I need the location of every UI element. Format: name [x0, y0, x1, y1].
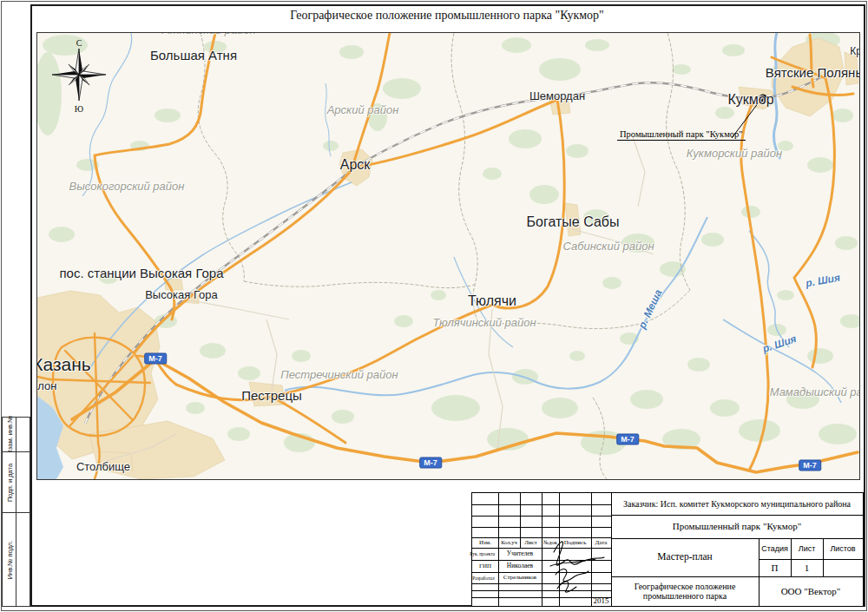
city-tyulyachi: Тюлячи	[468, 293, 516, 309]
sheet: Географическое положение промышленного п…	[0, 0, 868, 612]
road-badge-m7: М-7	[616, 434, 639, 445]
sheets-total-value	[823, 559, 863, 576]
stage-value: П	[759, 559, 791, 576]
city-shemordan: Шемордан	[529, 89, 585, 102]
strip-cell-inv: Инв.№ подл.	[2, 512, 30, 607]
strip-label-podp: Подп. и дата	[6, 464, 14, 502]
river-label-shiya-2: р. Шия	[761, 332, 799, 355]
city-kukmor: Кукмор	[727, 92, 773, 108]
district-kukmorsky: Кукморский район	[687, 147, 782, 160]
road-badge-m7: М-7	[799, 460, 821, 471]
river-label-mesha: р. Меша	[636, 287, 665, 330]
district-atninsky: Атнинский район	[162, 32, 256, 36]
title-block: Изм. Кол.уч Лист №док Подпись Дата Рук. …	[471, 492, 864, 607]
signatures	[542, 540, 611, 594]
city-vysokaya-gora: Высокая Гора	[145, 288, 218, 301]
river-label-shiya-1: р. Шия	[805, 272, 841, 290]
role-ruk-proekta: Рук. проекта	[470, 550, 496, 556]
city-bogatye-saby: Богатые Сабы	[527, 214, 620, 230]
name-nikolaev: Николаев	[498, 560, 542, 572]
district-pestrechinsky: Пестречинский район	[280, 368, 398, 381]
strip-label-inv: Инв.№ подл.	[6, 540, 14, 579]
map: С Ю Большая АтняШеморданВятские ПоляныКу…	[36, 32, 860, 480]
district-arsky: Арский район	[327, 103, 399, 116]
col-koluch: Кол.уч	[498, 537, 520, 548]
name-strelnikov: Стрельников	[498, 572, 542, 583]
listov-col-header: Листов	[823, 538, 863, 559]
map-labels-layer: Большая АтняШеморданВятские ПоляныКукмор…	[37, 33, 859, 479]
subtitle-cell: Географическое положение промышленного п…	[611, 576, 759, 606]
sheet-no-value: 1	[791, 559, 823, 576]
district-vysokogorsky: Высокогорский район	[69, 180, 185, 193]
district-tyulyachinsky: Тюлячинский район	[432, 316, 536, 329]
city-kr-partial: Кр	[850, 45, 860, 57]
col-list: Лист	[520, 537, 542, 548]
park-label: Промышленный парк "Кукмор"	[617, 129, 746, 141]
role-razrabotal: Разработал	[472, 575, 494, 581]
strip-cell-vzam: Взам. инв.№	[2, 417, 30, 453]
city-stolbishche: Столбище	[76, 460, 130, 473]
road-badge-m7: М-7	[419, 457, 442, 469]
name-uchitelev: Учителев	[498, 548, 542, 560]
road-badge-m7: М-7	[144, 353, 167, 365]
list-col-header: Лист	[791, 538, 823, 559]
project-cell: Промышленный парк "Кукмор"	[611, 515, 863, 538]
sheet-title: Географическое положение промышленного п…	[30, 9, 864, 23]
city-pos-stancii-vysokaya-gora: пос. станции Высокая Гора	[59, 266, 223, 280]
company-cell: ООО "Вектор"	[759, 576, 863, 606]
city-kazan: Казань	[36, 354, 91, 375]
role-gip: ГИП	[472, 560, 498, 572]
col-izm: Изм.	[472, 537, 498, 548]
city-arsk: Арск	[340, 157, 371, 173]
customer-cell: Заказчик: Исп. комитет Кукморского муниц…	[611, 493, 863, 515]
strip-cell-podp: Подп. и дата	[2, 451, 30, 514]
city-uslon-partial: слон	[36, 379, 56, 392]
city-bolshaya-atnya: Большая Атня	[150, 48, 237, 63]
stage-col-header: Стадия	[759, 538, 791, 559]
district-mamadyshsky: Мамадышский район	[770, 385, 860, 398]
city-vyatskie-polyany: Вятские Поляны	[766, 65, 860, 80]
strip-label-vzam: Взам. инв.№	[6, 416, 14, 454]
district-sabinsky: Сабинский район	[562, 240, 654, 253]
year-cell: 2015	[591, 596, 611, 606]
doc-type-cell: Мастер-план	[611, 538, 759, 576]
city-pestretsy: Пестрецы	[241, 388, 302, 403]
